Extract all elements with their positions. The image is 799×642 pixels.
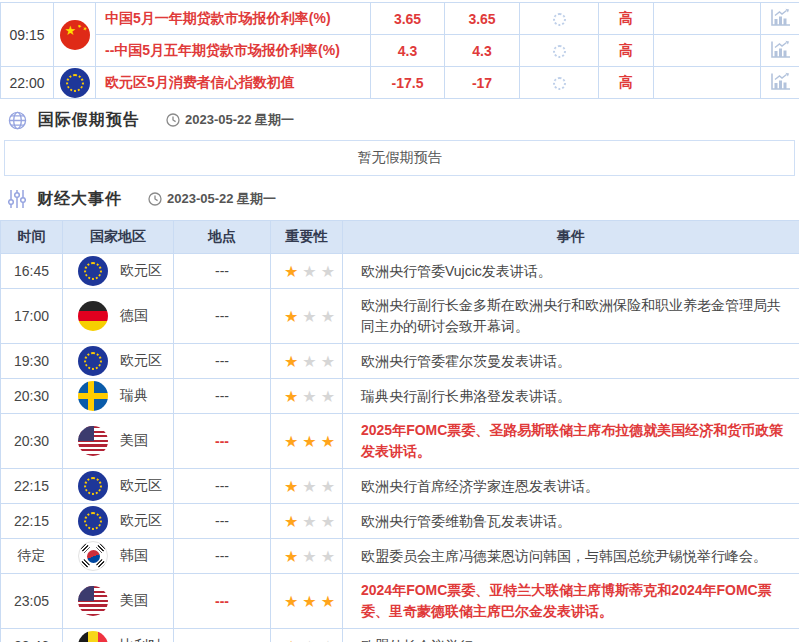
event-time: 16:45 xyxy=(1,254,63,289)
holiday-section-header: 国际假期预告 2023-05-22 星期一 xyxy=(8,108,799,132)
event-description: 欧洲央行管委Vujcic发表讲话。 xyxy=(343,254,799,289)
event-time: 23:05 xyxy=(1,574,63,629)
holiday-empty-text: 暂无假期预告 xyxy=(358,149,442,167)
star-icon: ★ xyxy=(321,513,335,530)
event-description: 2024年FOMC票委、亚特兰大联储主席博斯蒂克和2024年FOMC票委、里奇蒙… xyxy=(343,574,799,629)
events-table-body: 16:45欧元区---★★★欧洲央行管委Vujcic发表讲话。17:00德国--… xyxy=(1,254,799,642)
events-table: 时间国家地区地点重要性事件 16:45欧元区---★★★欧洲央行管委Vujcic… xyxy=(0,220,799,642)
events-date: 2023-05-22 星期一 xyxy=(148,190,276,208)
flag-icon-se xyxy=(78,381,108,411)
spinner-icon xyxy=(553,77,566,90)
event-country-cell: 瑞典 xyxy=(63,379,174,414)
event-location: --- xyxy=(174,574,271,629)
event-time: 20:30 xyxy=(1,379,63,414)
kr-trigram xyxy=(96,543,106,553)
star-icon: ★ xyxy=(284,388,298,405)
star-icon: ★ xyxy=(321,593,335,610)
previous-value: 3.65 xyxy=(371,3,445,35)
event-location: --- xyxy=(174,414,271,469)
column-header-4: 事件 xyxy=(343,221,799,254)
calendar-page: 09:15中国5月一年期贷款市场报价利率(%)3.653.65高--中国5月五年… xyxy=(0,2,799,642)
star-icon: ★ xyxy=(302,548,316,565)
flag-icon-cn xyxy=(60,20,90,50)
importance-stars: ★★★ xyxy=(271,254,343,289)
flag-icon-kr xyxy=(78,541,108,571)
event-location: --- xyxy=(174,504,271,539)
event-country-cell: 韩国 xyxy=(63,539,174,574)
event-time: 20:30 xyxy=(1,414,63,469)
economic-event-name[interactable]: --中国5月五年期贷款市场报价利率(%) xyxy=(96,35,371,67)
importance-stars: ★★★ xyxy=(271,344,343,379)
country-label: 比利时 xyxy=(120,637,162,642)
event-location: --- xyxy=(174,289,271,344)
sliders-icon xyxy=(8,189,26,209)
importance-stars: ★★★ xyxy=(271,289,343,344)
event-description: 欧洲央行管委霍尔茨曼发表讲话。 xyxy=(343,344,799,379)
star-icon: ★ xyxy=(321,263,335,280)
event-time: 17:00 xyxy=(1,289,63,344)
country-wrap: 欧元区 xyxy=(78,506,173,536)
event-location: --- xyxy=(174,254,271,289)
holiday-date-label: 2023-05-22 星期一 xyxy=(185,111,294,129)
event-time: 22:15 xyxy=(1,469,63,504)
actual-value-cell xyxy=(520,35,599,67)
bar-chart-icon[interactable] xyxy=(770,40,791,59)
kr-trigram xyxy=(80,559,90,569)
flag-icon-eu xyxy=(78,346,108,376)
event-description: 欧盟委员会主席冯德莱恩访问韩国，与韩国总统尹锡悦举行峰会。 xyxy=(343,539,799,574)
event-description: 欧洲央行首席经济学家连恩发表讲话。 xyxy=(343,469,799,504)
column-header-0: 时间 xyxy=(1,221,63,254)
country-wrap: 韩国 xyxy=(78,541,173,571)
event-row: 16:45欧元区---★★★欧洲央行管委Vujcic发表讲话。 xyxy=(1,254,799,289)
importance-stars: ★★★ xyxy=(271,469,343,504)
economic-event-name[interactable]: 欧元区5月消费者信心指数初值 xyxy=(96,67,371,99)
chart-cell xyxy=(761,35,799,67)
previous-value: 4.3 xyxy=(371,35,445,67)
importance-badge: 高 xyxy=(599,67,654,99)
country-label: 美国 xyxy=(120,432,148,450)
economic-time: 09:15 xyxy=(1,3,54,67)
star-icon: ★ xyxy=(302,308,316,325)
country-label: 瑞典 xyxy=(120,387,148,405)
economic-event-name[interactable]: 中国5月一年期贷款市场报价利率(%) xyxy=(96,3,371,35)
star-icon: ★ xyxy=(284,353,298,370)
flag-icon-de xyxy=(78,301,108,331)
event-time: 23:46 xyxy=(1,629,63,642)
forecast-value: 4.3 xyxy=(445,35,520,67)
event-row: 23:05美国---★★★2024年FOMC票委、亚特兰大联储主席博斯蒂克和20… xyxy=(1,574,799,629)
bar-chart-icon[interactable] xyxy=(770,72,791,91)
event-country-cell: 美国 xyxy=(63,414,174,469)
flag-icon-be xyxy=(78,631,108,642)
importance-stars: ★★★ xyxy=(271,504,343,539)
event-country-cell: 欧元区 xyxy=(63,344,174,379)
event-description: 欧洲央行管委维勒鲁瓦发表讲话。 xyxy=(343,504,799,539)
country-wrap: 瑞典 xyxy=(78,381,173,411)
star-icon: ★ xyxy=(284,593,298,610)
star-icon: ★ xyxy=(302,353,316,370)
event-row: 20:30瑞典---★★★瑞典央行副行长弗洛登发表讲话。 xyxy=(1,379,799,414)
importance-stars: ★★★ xyxy=(271,539,343,574)
country-label: 欧元区 xyxy=(120,352,162,370)
star-icon: ★ xyxy=(284,433,298,450)
star-icon: ★ xyxy=(284,308,298,325)
importance-stars: ★★★ xyxy=(271,629,343,642)
event-location: --- xyxy=(174,629,271,642)
star-icon: ★ xyxy=(284,263,298,280)
event-location: --- xyxy=(174,379,271,414)
economic-row: 22:00欧元区5月消费者信心指数初值-17.5-17高 xyxy=(1,67,799,99)
star-icon: ★ xyxy=(302,388,316,405)
country-wrap: 比利时 xyxy=(78,631,173,642)
previous-value: -17.5 xyxy=(371,67,445,99)
country-label: 欧元区 xyxy=(120,262,162,280)
event-row: 17:00德国---★★★欧洲央行副行长金多斯在欧洲央行和欧洲保险和职业养老金管… xyxy=(1,289,799,344)
flag-icon-eu xyxy=(78,471,108,501)
event-row: 22:15欧元区---★★★欧洲央行管委维勒鲁瓦发表讲话。 xyxy=(1,504,799,539)
country-label: 韩国 xyxy=(120,547,148,565)
bar-chart-icon[interactable] xyxy=(770,8,791,27)
country-wrap: 欧元区 xyxy=(78,256,173,286)
star-icon: ★ xyxy=(284,513,298,530)
economic-flag-cell xyxy=(54,3,96,67)
event-row: 20:30美国---★★★2025年FOMC票委、圣路易斯联储主席布拉德就美国经… xyxy=(1,414,799,469)
country-wrap: 美国 xyxy=(78,586,173,616)
actual-value-cell xyxy=(520,67,599,99)
